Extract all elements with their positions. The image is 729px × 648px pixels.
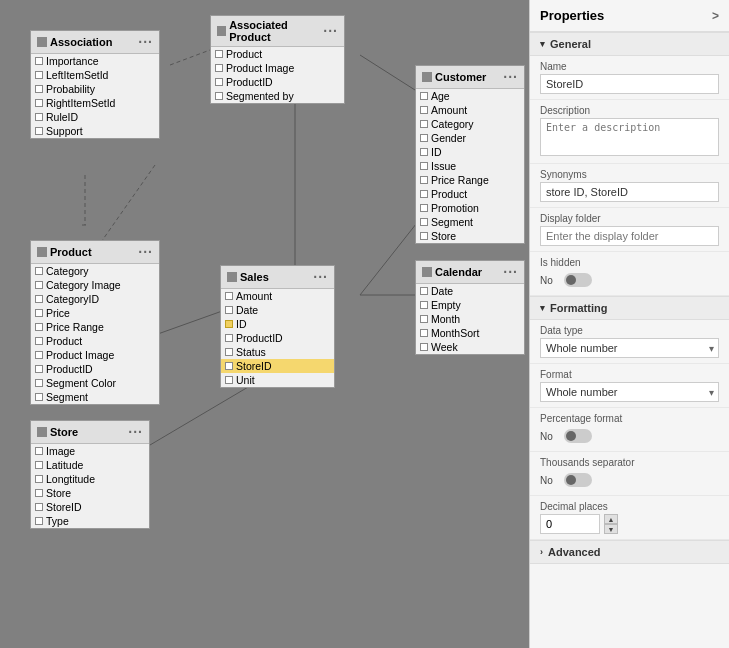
table-store[interactable]: Store ··· Image Latitude Longtitude Stor… xyxy=(30,420,150,529)
pct-format-toggle[interactable] xyxy=(564,429,592,443)
table-row: ProductID xyxy=(31,362,159,376)
table-associated-product-title: Associated Product xyxy=(229,19,323,43)
field-icon xyxy=(35,309,43,317)
table-customer-menu[interactable]: ··· xyxy=(503,69,518,85)
toggle-thumb-3 xyxy=(566,475,576,485)
prop-thousands-sep-group: Thousands separator No xyxy=(530,452,729,496)
table-association[interactable]: Association ··· Importance LeftItemSetId… xyxy=(30,30,160,139)
prop-description-group: Description xyxy=(530,100,729,164)
field-icon xyxy=(35,295,43,303)
table-row: MonthSort xyxy=(416,326,524,340)
display-folder-input[interactable] xyxy=(540,226,719,246)
table-store-header[interactable]: Store ··· xyxy=(31,421,149,444)
svg-line-5 xyxy=(155,310,225,335)
table-store-menu[interactable]: ··· xyxy=(128,424,143,440)
table-calendar[interactable]: Calendar ··· Date Empty Month MonthSort … xyxy=(415,260,525,355)
table-row: StoreID xyxy=(31,500,149,514)
display-folder-label: Display folder xyxy=(540,213,719,224)
thousands-sep-label: Thousands separator xyxy=(540,457,719,468)
field-icon xyxy=(420,301,428,309)
chevron-down-icon-2: ▾ xyxy=(540,303,545,313)
table-associated-product-header[interactable]: Associated Product ··· xyxy=(211,16,344,47)
table-row: Price Range xyxy=(31,320,159,334)
table-customer-header[interactable]: Customer ··· xyxy=(416,66,524,89)
table-row: Price Range xyxy=(416,173,524,187)
stepper-down[interactable]: ▼ xyxy=(604,524,618,534)
table-association-menu[interactable]: ··· xyxy=(138,34,153,50)
table-row: Category xyxy=(416,117,524,131)
stepper-up[interactable]: ▲ xyxy=(604,514,618,524)
field-icon xyxy=(35,323,43,331)
toggle-thumb xyxy=(566,275,576,285)
field-icon xyxy=(215,78,223,86)
synonyms-input[interactable] xyxy=(540,182,719,202)
section-general-header[interactable]: ▾ General xyxy=(530,32,729,56)
field-icon xyxy=(420,329,428,337)
field-icon xyxy=(35,337,43,345)
table-product-menu[interactable]: ··· xyxy=(138,244,153,260)
section-formatting-header[interactable]: ▾ Formatting xyxy=(530,296,729,320)
table-calendar-title: Calendar xyxy=(435,266,482,278)
chevron-down-icon: ▾ xyxy=(540,39,545,49)
table-row: Segment Color xyxy=(31,376,159,390)
field-icon xyxy=(420,315,428,323)
field-icon xyxy=(35,489,43,497)
field-icon xyxy=(420,232,428,240)
table-row: Segment xyxy=(416,215,524,229)
table-row: Date xyxy=(221,303,334,317)
table-association-header[interactable]: Association ··· xyxy=(31,31,159,54)
thousands-sep-toggle[interactable] xyxy=(564,473,592,487)
table-sales-menu[interactable]: ··· xyxy=(313,269,328,285)
table-sales-header[interactable]: Sales ··· xyxy=(221,266,334,289)
table-product-header[interactable]: Product ··· xyxy=(31,241,159,264)
table-row: Category xyxy=(31,264,159,278)
panel-title: Properties xyxy=(540,8,604,23)
table-row: RightItemSetId xyxy=(31,96,159,110)
canvas-area[interactable]: Association ··· Importance LeftItemSetId… xyxy=(0,0,529,648)
table-icon xyxy=(422,72,432,82)
format-select-wrap: Whole number xyxy=(540,382,719,402)
table-association-title: Association xyxy=(50,36,112,48)
table-associated-product[interactable]: Associated Product ··· Product Product I… xyxy=(210,15,345,104)
field-icon xyxy=(35,475,43,483)
table-row: Unit xyxy=(221,373,334,387)
table-associated-product-menu[interactable]: ··· xyxy=(323,23,338,39)
decimal-stepper[interactable]: ▲ ▼ xyxy=(604,514,618,534)
decimal-places-input[interactable] xyxy=(540,514,600,534)
field-icon xyxy=(35,281,43,289)
panel-chevron[interactable]: > xyxy=(712,9,719,23)
section-advanced-header[interactable]: › Advanced xyxy=(530,540,729,564)
svg-line-2 xyxy=(360,55,415,90)
field-icon xyxy=(35,503,43,511)
name-input[interactable] xyxy=(540,74,719,94)
decimal-places-label: Decimal places xyxy=(540,501,719,512)
table-row: ProductID xyxy=(211,75,344,89)
table-customer[interactable]: Customer ··· Age Amount Category Gender … xyxy=(415,65,525,244)
table-row: Month xyxy=(416,312,524,326)
table-icon xyxy=(37,37,47,47)
prop-pct-format-group: Percentage format No xyxy=(530,408,729,452)
table-row: Longtitude xyxy=(31,472,149,486)
field-icon xyxy=(215,92,223,100)
name-label: Name xyxy=(540,61,719,72)
field-icon xyxy=(35,127,43,135)
field-icon xyxy=(420,343,428,351)
table-product[interactable]: Product ··· Category Category Image Cate… xyxy=(30,240,160,405)
field-icon xyxy=(225,292,233,300)
is-hidden-toggle[interactable] xyxy=(564,273,592,287)
field-icon xyxy=(35,393,43,401)
data-type-select[interactable]: Whole number xyxy=(540,338,719,358)
table-row: Store xyxy=(31,486,149,500)
pct-format-label: Percentage format xyxy=(540,413,719,424)
decimal-places-row: ▲ ▼ xyxy=(540,514,719,534)
format-select[interactable]: Whole number xyxy=(540,382,719,402)
table-calendar-header[interactable]: Calendar ··· xyxy=(416,261,524,284)
field-icon xyxy=(215,50,223,58)
table-calendar-menu[interactable]: ··· xyxy=(503,264,518,280)
prop-synonyms-group: Synonyms xyxy=(530,164,729,208)
description-textarea[interactable] xyxy=(540,118,719,156)
prop-format-group: Format Whole number xyxy=(530,364,729,408)
table-row: Price xyxy=(31,306,159,320)
table-sales[interactable]: Sales ··· Amount Date ID ProductID Statu… xyxy=(220,265,335,388)
field-icon xyxy=(420,204,428,212)
